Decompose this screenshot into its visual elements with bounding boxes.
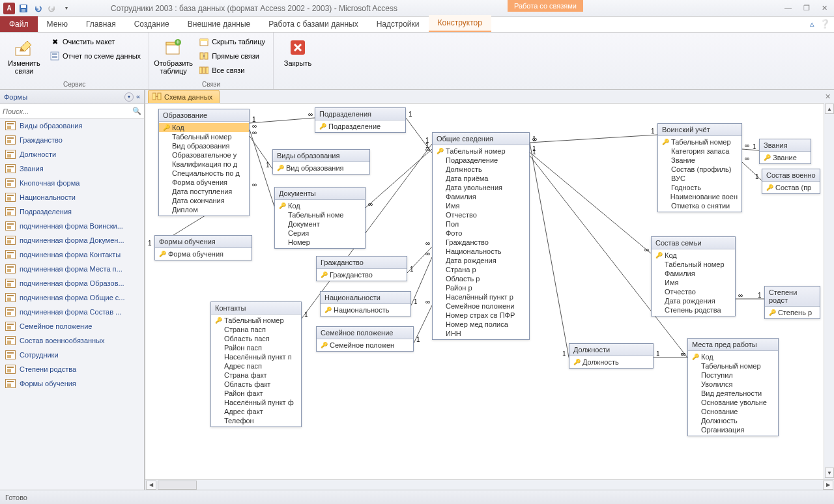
tab-external[interactable]: Внешние данные xyxy=(179,16,260,32)
nav-dropdown-icon[interactable]: ▾ xyxy=(124,92,134,102)
table-field[interactable]: Вид образования xyxy=(159,141,249,150)
table-title[interactable]: Состав военно xyxy=(762,169,820,182)
sidebar-item[interactable]: Сотрудники xyxy=(0,348,144,362)
qat-dropdown-icon[interactable]: ▾ xyxy=(60,2,73,15)
table-general[interactable]: Общие сведения🔑Табельный номерПодразделе… xyxy=(432,132,530,340)
table-field[interactable]: Район пасп xyxy=(211,343,301,352)
table-field[interactable]: 🔑Степень р xyxy=(765,308,820,317)
all-relationships-button[interactable]: Все связи xyxy=(196,64,268,77)
table-field[interactable]: Подразделение xyxy=(433,156,529,165)
table-prev_jobs[interactable]: Места пред работы🔑КодТабельный номерПост… xyxy=(687,338,779,436)
table-field[interactable]: 🔑Вид образования xyxy=(273,163,369,173)
minimize-button[interactable]: — xyxy=(782,3,794,14)
table-title[interactable]: Документы xyxy=(275,188,365,200)
table-title[interactable]: Национальности xyxy=(321,292,410,304)
horizontal-scrollbar[interactable]: ◀ ▶ xyxy=(145,479,834,490)
table-title[interactable]: Образование xyxy=(159,109,249,122)
sidebar-item[interactable]: подчиненная форма Места п... xyxy=(0,262,144,276)
table-field[interactable]: Номер страх св ПФР xyxy=(433,311,529,320)
table-field[interactable]: Серия xyxy=(275,229,365,238)
sidebar-item[interactable]: Кнопочная форма xyxy=(0,176,144,190)
table-documents[interactable]: Документы🔑КодТабельный номеДокументСерия… xyxy=(274,187,366,249)
table-field[interactable]: Табельный номер xyxy=(652,260,735,269)
table-title[interactable]: Состав семьи xyxy=(652,237,735,249)
relationships-canvas[interactable]: 1∞∞1∞1∞∞11∞1∞1∞1∞11∞1111∞1∞∞1∞1∞11∞ Обра… xyxy=(145,103,824,479)
table-field[interactable]: 🔑Гражданство xyxy=(317,270,407,279)
sidebar-item[interactable]: Звания xyxy=(0,161,144,176)
table-field[interactable]: Область р xyxy=(433,274,529,283)
table-nationality[interactable]: Национальности🔑Национальность xyxy=(320,291,411,316)
sidebar-item[interactable]: Виды образования xyxy=(0,119,144,133)
table-marital[interactable]: Семейное положение🔑Семейное положен xyxy=(316,326,414,352)
table-field[interactable]: Категория запаса xyxy=(658,147,741,156)
scroll-thumb[interactable] xyxy=(158,481,197,490)
table-field[interactable]: Населённый пункт р xyxy=(433,292,529,301)
tab-dbtools[interactable]: Работа с базами данных xyxy=(259,16,367,32)
table-field[interactable]: Страна факт xyxy=(211,371,301,380)
table-field[interactable]: Имя xyxy=(433,201,529,210)
table-military[interactable]: Воинский учёт🔑Табельный номерКатегория з… xyxy=(657,123,742,212)
table-ranks[interactable]: Звания🔑Звание xyxy=(759,139,811,164)
file-tab[interactable]: Файл xyxy=(0,16,38,32)
tab-create[interactable]: Создание xyxy=(125,16,179,32)
table-field[interactable]: Область факт xyxy=(211,380,301,389)
table-field[interactable]: Телефон xyxy=(211,416,301,425)
table-field[interactable]: 🔑Код xyxy=(159,123,249,132)
vertical-scrollbar[interactable]: ▲ ▼ xyxy=(824,103,834,479)
scroll-left-icon[interactable]: ◀ xyxy=(146,481,156,490)
table-field[interactable]: Состав (профиль) xyxy=(658,165,741,174)
table-field[interactable]: Должность xyxy=(688,416,778,425)
sidebar-item[interactable]: Состав военнообязанных xyxy=(0,333,144,348)
table-field[interactable]: Документ xyxy=(275,219,365,229)
table-contacts[interactable]: Контакты🔑Табельный номерСтрана паспОблас… xyxy=(210,301,302,427)
tab-menu[interactable]: Меню xyxy=(38,16,77,32)
table-field[interactable]: Фамилия xyxy=(433,192,529,201)
table-education[interactable]: Образование🔑КодТабельный номерВид образо… xyxy=(158,109,250,216)
table-title[interactable]: Общие сведения xyxy=(433,133,529,145)
table-field[interactable]: Район факт xyxy=(211,389,301,398)
table-title[interactable]: Должности xyxy=(569,344,653,356)
document-tab[interactable]: Схема данных xyxy=(148,90,220,103)
ribbon-minimize-icon[interactable]: ▵ xyxy=(810,19,814,29)
document-close-button[interactable]: ✕ xyxy=(822,91,833,102)
table-field[interactable]: Отчество xyxy=(433,210,529,219)
clear-layout-button[interactable]: ✖Очистить макет xyxy=(47,35,143,48)
undo-icon[interactable] xyxy=(31,2,44,15)
table-title[interactable]: Подразделения xyxy=(315,108,405,120)
table-field[interactable]: Семейное положени xyxy=(433,301,529,311)
table-field[interactable]: Дата приёма xyxy=(433,174,529,183)
table-field[interactable]: Табельный номер xyxy=(688,361,778,371)
table-field[interactable]: Фамилия xyxy=(652,269,735,278)
tab-home[interactable]: Главная xyxy=(77,16,125,32)
table-title[interactable]: Виды образования xyxy=(273,150,369,162)
help-icon[interactable]: ❔ xyxy=(820,19,830,29)
table-kinship[interactable]: Степени родст🔑Степень р xyxy=(764,286,820,319)
table-field[interactable]: Табельный номер xyxy=(159,132,249,141)
table-field[interactable]: 🔑Форма обучения xyxy=(155,249,252,259)
table-field[interactable]: Образовательное у xyxy=(159,150,249,160)
sidebar-item[interactable]: Гражданство xyxy=(0,133,144,147)
table-field[interactable]: Должность xyxy=(433,165,529,174)
table-field[interactable]: 🔑Звание xyxy=(760,153,811,162)
table-field[interactable]: 🔑Табельный номер xyxy=(211,316,301,325)
table-field[interactable]: Номер мед полиса xyxy=(433,320,529,329)
table-field[interactable]: Дата окончания xyxy=(159,196,249,205)
table-field[interactable]: Номер xyxy=(275,238,365,247)
table-field[interactable]: Вид деятельности xyxy=(688,389,778,398)
table-field[interactable]: Основание увольне xyxy=(688,398,778,407)
table-field[interactable]: 🔑Семейное положен xyxy=(317,341,413,350)
table-field[interactable]: 🔑Подразделение xyxy=(315,122,405,131)
table-field[interactable]: Гражданство xyxy=(433,238,529,247)
sidebar-item[interactable]: подчиненная форма Образов... xyxy=(0,276,144,290)
table-field[interactable]: Диплом xyxy=(159,205,249,214)
scroll-up-icon[interactable]: ▲ xyxy=(825,104,834,114)
redo-icon[interactable] xyxy=(46,2,59,15)
table-edu_types[interactable]: Виды образования🔑Вид образования xyxy=(272,149,370,175)
table-field[interactable]: 🔑Табельный номер xyxy=(658,137,741,147)
table-field[interactable]: Страна р xyxy=(433,265,529,274)
table-title[interactable]: Формы обучения xyxy=(155,236,252,248)
table-field[interactable]: Основание xyxy=(688,407,778,416)
relationship-report-button[interactable]: Отчет по схеме данных xyxy=(47,49,143,63)
table-field[interactable]: Поступил xyxy=(688,371,778,380)
access-logo[interactable]: A xyxy=(3,2,16,15)
